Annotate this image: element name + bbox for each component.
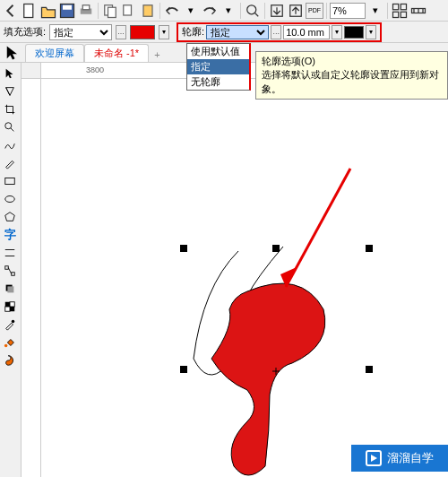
svg-point-37: [4, 344, 8, 348]
export-icon[interactable]: [287, 2, 305, 20]
svg-point-24: [5, 196, 15, 203]
dropdown-item-none[interactable]: 无轮廓: [187, 74, 249, 90]
svg-line-29: [8, 268, 12, 274]
selection-center-icon[interactable]: [272, 366, 280, 373]
svg-rect-31: [7, 286, 13, 292]
redo-icon[interactable]: [201, 2, 219, 20]
tooltip-title: 轮廓选项(O): [262, 55, 442, 68]
zoom-level-input[interactable]: [330, 3, 366, 19]
selected-shape[interactable]: [185, 242, 382, 477]
pick-tool-small-icon[interactable]: [4, 44, 22, 62]
zoom-dropdown-icon[interactable]: ▾: [366, 2, 384, 20]
ruler-vertical: [22, 79, 41, 477]
svg-rect-32: [5, 302, 10, 307]
svg-rect-27: [5, 266, 9, 270]
svg-rect-15: [393, 12, 399, 17]
fill-color-swatch[interactable]: [130, 25, 155, 39]
tab-welcome[interactable]: 欢迎屏幕: [25, 44, 84, 62]
open-icon[interactable]: [39, 2, 57, 20]
zoom-tool-icon[interactable]: [0, 118, 20, 136]
selection-handle[interactable]: [366, 245, 373, 252]
svg-point-21: [5, 123, 12, 129]
tooltip-desc: 选择将默认或自定义轮廓设置应用到新对象。: [262, 68, 442, 96]
cut-icon[interactable]: [120, 2, 138, 20]
play-icon: [366, 450, 382, 466]
fill-tool-icon[interactable]: [0, 334, 20, 351]
fill-color-dropdown-icon[interactable]: ▾: [159, 25, 169, 39]
dropdown-item-default[interactable]: 使用默认值: [187, 44, 249, 59]
redo-dropdown-icon[interactable]: ▾: [220, 2, 237, 20]
print-icon[interactable]: [77, 2, 95, 20]
svg-rect-28: [12, 273, 15, 276]
pdf-export-icon[interactable]: PDF: [306, 3, 323, 19]
outline-dropdown-menu: 使用默认值 指定 无轮廓: [186, 43, 251, 91]
ellipse-tool-icon[interactable]: [0, 190, 20, 208]
text-tool-icon[interactable]: 字: [0, 226, 20, 244]
svg-rect-0: [24, 4, 33, 17]
main-toolbar: ▾ ▾ PDF ▾: [0, 0, 448, 22]
artistic-media-icon[interactable]: [0, 154, 20, 172]
watermark-badge: 溜溜自学: [351, 445, 448, 472]
copy-icon[interactable]: [101, 2, 119, 20]
canvas-area: 3800 3900 4000: [22, 63, 448, 477]
grid-icon[interactable]: [391, 2, 409, 20]
polygon-tool-icon[interactable]: [0, 208, 20, 226]
transparency-icon[interactable]: [0, 298, 20, 316]
save-icon[interactable]: [58, 2, 76, 20]
ruler-corner: [22, 63, 41, 79]
drawing-canvas[interactable]: [41, 79, 448, 477]
selection-handle[interactable]: [180, 366, 187, 373]
new-doc-icon[interactable]: [21, 2, 39, 20]
svg-rect-6: [108, 7, 116, 17]
rectangle-tool-icon[interactable]: [0, 172, 20, 190]
crop-tool-icon[interactable]: [0, 100, 20, 118]
svg-rect-4: [82, 4, 90, 9]
fill-outline-toolbar: 填充选项: 指定 … ▾ 轮廓: 指定 … ▾ ▾: [0, 22, 448, 43]
outline-more-icon[interactable]: …: [271, 25, 281, 39]
outline-color-dropdown-icon[interactable]: ▾: [366, 25, 376, 39]
outline-color-swatch[interactable]: [344, 26, 364, 39]
freehand-tool-icon[interactable]: [0, 136, 20, 154]
drop-shadow-icon[interactable]: [0, 280, 20, 298]
svg-rect-13: [393, 4, 399, 9]
dropdown-item-specify[interactable]: 指定: [187, 59, 249, 74]
selection-handle[interactable]: [366, 366, 373, 373]
svg-rect-7: [124, 4, 132, 14]
undo-icon[interactable]: [163, 2, 181, 20]
workspace: 字 3800 3900 4000: [0, 63, 448, 477]
import-icon[interactable]: [268, 2, 286, 20]
back-icon[interactable]: [2, 2, 20, 20]
fill-label: 填充选项:: [4, 25, 46, 39]
outline-select[interactable]: 指定: [206, 25, 269, 39]
fill-select[interactable]: 指定: [49, 24, 112, 40]
outline-options-highlight: 轮廓: 指定 … ▾ ▾: [177, 22, 382, 42]
shape-tool-icon[interactable]: [0, 82, 20, 100]
search-icon[interactable]: [244, 2, 262, 20]
selection-handle[interactable]: [180, 245, 187, 252]
paste-icon[interactable]: [139, 2, 157, 20]
outline-tooltip: 轮廓选项(O) 选择将默认或自定义轮廓设置应用到新对象。: [255, 51, 448, 100]
svg-rect-8: [143, 4, 152, 16]
outline-width-input[interactable]: [283, 25, 330, 39]
svg-point-9: [247, 4, 256, 13]
smart-fill-icon[interactable]: [0, 351, 20, 369]
pick-tool-icon[interactable]: [0, 65, 20, 82]
tab-add-icon[interactable]: +: [149, 48, 165, 62]
connector-tool-icon[interactable]: [0, 262, 20, 280]
svg-marker-42: [371, 455, 377, 462]
svg-rect-23: [5, 178, 15, 185]
outline-width-dropdown-icon[interactable]: ▾: [332, 25, 342, 39]
svg-line-22: [11, 128, 14, 132]
svg-rect-33: [10, 307, 14, 311]
svg-rect-16: [401, 12, 406, 17]
fill-more-icon[interactable]: …: [116, 25, 126, 39]
eyedropper-icon[interactable]: [0, 316, 20, 334]
parallel-dim-icon[interactable]: [0, 244, 20, 262]
svg-line-10: [255, 13, 259, 16]
tab-document[interactable]: 未命名 -1*: [84, 44, 149, 62]
selection-handle[interactable]: [272, 245, 280, 252]
undo-dropdown-icon[interactable]: ▾: [182, 2, 200, 20]
svg-rect-34: [10, 302, 14, 307]
svg-rect-2: [63, 4, 72, 9]
snap-icon[interactable]: [409, 2, 427, 20]
